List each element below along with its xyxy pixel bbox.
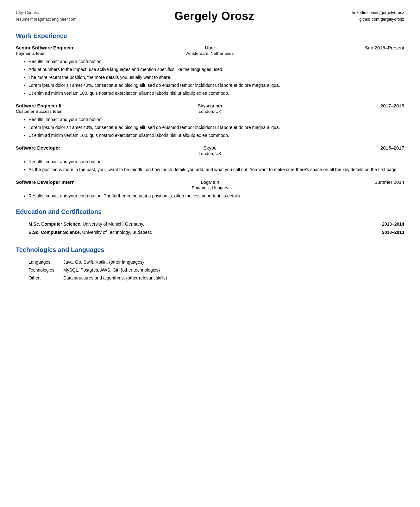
- job-uber-bullets: Results, impact and your contribution. A…: [28, 58, 404, 97]
- header-contact-left: City, Country resume@pragmaticengineer.c…: [16, 10, 77, 23]
- work-experience-section: Work Experience Senior Software Engineer…: [16, 32, 404, 199]
- list-item: Results, impact and your contribution: [28, 158, 404, 165]
- job-uber-date: Sep 2018–Present: [275, 45, 404, 50]
- tech-value-other: Data structures and algorithms, {other r…: [63, 275, 404, 281]
- work-experience-title: Work Experience: [16, 32, 404, 40]
- technologies-section: Technologies and Languages Languages: Ja…: [16, 246, 404, 281]
- job-skype-bullets: Results, impact and your contribution As…: [28, 158, 404, 173]
- job-uber-location: Amsterdam, Netherlands: [145, 51, 275, 56]
- job-skyscanner-location: London, UK: [145, 109, 275, 114]
- list-item: The more recent the position, the more d…: [28, 74, 404, 81]
- job-skype: Software Developer Skype 2015–2017 Londo…: [16, 145, 404, 173]
- tech-label-languages: Languages:: [28, 259, 63, 266]
- job-uber-sub: Payments team Amsterdam, Netherlands: [16, 51, 404, 56]
- job-logmein-title: Software Developer Intern: [16, 179, 145, 185]
- list-item: B.Sc. Computer Science, University of Te…: [28, 229, 404, 236]
- header-github[interactable]: github.com/gergelyorosz: [352, 16, 404, 23]
- edu-item-2-bold: B.Sc. Computer Science,: [28, 230, 81, 235]
- list-item: Results, impact and your contribution.: [28, 58, 404, 65]
- job-skyscanner-team: Customer Success team: [16, 109, 145, 114]
- education-list: M.Sc. Computer Science, University of Mu…: [28, 221, 404, 237]
- education-divider: [16, 217, 404, 217]
- job-skype-title: Software Developer: [16, 145, 145, 151]
- header-linkedin[interactable]: linkedin.com/in/gergelyorosz: [352, 10, 404, 16]
- job-skype-date: 2015–2017: [275, 145, 404, 151]
- list-item: Lorem ipsum dolor sit amet 40%, consecte…: [28, 82, 404, 89]
- list-item: Other: Data structures and algorithms, {…: [28, 275, 404, 281]
- job-logmein-date: Summer 2014: [275, 179, 404, 185]
- job-uber-title: Senior Software Engineer: [16, 45, 145, 50]
- job-skype-company: Skype: [145, 145, 275, 151]
- job-skyscanner-sub: Customer Success team London, UK: [16, 109, 404, 114]
- list-item: Ut enim ad minim veniam 100, quis nostru…: [28, 132, 404, 139]
- list-item: Languages: Java, Go, Swift, Kotlin, {oth…: [28, 259, 404, 266]
- list-item: Technologies: MySQL, Postgres, AWS, Git,…: [28, 267, 404, 273]
- job-skyscanner-title: Software Engineer II: [16, 103, 145, 108]
- header-email: resume@pragmaticengineer.com: [16, 16, 77, 23]
- edu-item-2-text: B.Sc. Computer Science, University of Te…: [28, 229, 376, 236]
- list-item: Ut enim ad minim veniam 100, quis nostru…: [28, 90, 404, 97]
- education-section: Education and Certifications M.Sc. Compu…: [16, 208, 404, 237]
- job-skyscanner: Software Engineer II Skyscanner 2017–201…: [16, 103, 404, 139]
- job-logmein-sub: Budapest, Hungary: [16, 185, 404, 190]
- job-uber-team: Payments team: [16, 51, 145, 56]
- edu-item-1-date: 2013–2014: [382, 221, 404, 228]
- tech-value-technologies: MySQL, Postgres, AWS, Git, {other techno…: [63, 267, 404, 273]
- list-item: Results, impact and your contribution: [28, 116, 404, 123]
- job-skype-team: [16, 151, 145, 156]
- tech-label-technologies: Technologies:: [28, 267, 63, 273]
- header-city: City, Country: [16, 10, 77, 16]
- job-skyscanner-bullets: Results, impact and your contribution Lo…: [28, 116, 404, 139]
- job-uber-header: Senior Software Engineer Uber Sep 2018–P…: [16, 45, 404, 50]
- list-item: Lorem ipsum dolor sit amet 40%, consecte…: [28, 124, 404, 131]
- candidate-name: Gergely Orosz: [77, 10, 352, 23]
- job-skype-header: Software Developer Skype 2015–2017: [16, 145, 404, 151]
- job-uber-company: Uber: [145, 45, 275, 50]
- technologies-list: Languages: Java, Go, Swift, Kotlin, {oth…: [28, 259, 404, 281]
- education-title: Education and Certifications: [16, 208, 404, 215]
- job-skyscanner-header: Software Engineer II Skyscanner 2017–201…: [16, 103, 404, 108]
- edu-item-1-bold: M.Sc. Computer Science,: [28, 221, 81, 227]
- header-name-block: Gergely Orosz: [77, 10, 352, 23]
- edu-item-1-text: M.Sc. Computer Science, University of Mu…: [28, 221, 376, 228]
- job-logmein-team: [16, 185, 145, 190]
- work-experience-divider: [16, 41, 404, 41]
- job-skyscanner-date: 2017–2018: [275, 103, 404, 108]
- header-links-right: linkedin.com/in/gergelyorosz github.com/…: [352, 10, 404, 23]
- list-item: M.Sc. Computer Science, University of Mu…: [28, 221, 404, 228]
- job-skype-sub: London, UK: [16, 151, 404, 156]
- job-uber: Senior Software Engineer Uber Sep 2018–P…: [16, 45, 404, 97]
- list-item: As the position is more in the past, you…: [28, 166, 404, 173]
- job-skype-location: London, UK: [145, 151, 275, 156]
- job-logmein-bullets: Results, impact and your contribution. T…: [28, 193, 404, 199]
- list-item: Results, impact and your contribution. T…: [28, 193, 404, 199]
- list-item: Add at numbers to the impact, use active…: [28, 66, 404, 73]
- job-logmein-location: Budapest, Hungary: [145, 185, 275, 190]
- technologies-title: Technologies and Languages: [16, 246, 404, 254]
- job-logmein-company: LogMeIn: [145, 179, 275, 185]
- job-logmein: Software Developer Intern LogMeIn Summer…: [16, 179, 404, 199]
- tech-label-other: Other:: [28, 275, 63, 281]
- technologies-divider: [16, 255, 404, 255]
- job-skyscanner-company: Skyscanner: [145, 103, 275, 108]
- tech-value-languages: Java, Go, Swift, Kotlin, {other language…: [63, 259, 404, 266]
- job-logmein-header: Software Developer Intern LogMeIn Summer…: [16, 179, 404, 185]
- resume-header: City, Country resume@pragmaticengineer.c…: [16, 10, 404, 23]
- edu-item-2-date: 2010–2013: [382, 229, 404, 236]
